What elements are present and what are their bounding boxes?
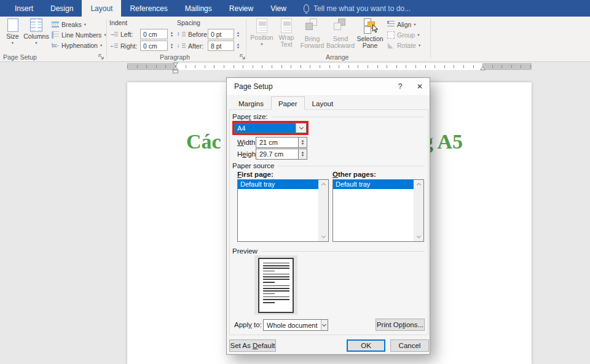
close-icon[interactable]: ✕ — [410, 78, 430, 95]
tell-me-box[interactable]: Tell me what you want to do... — [304, 0, 411, 17]
ruler-right-margin — [482, 63, 532, 70]
scrollbar[interactable] — [318, 180, 328, 241]
scroll-down-icon[interactable] — [414, 232, 423, 241]
ok-button[interactable]: OK — [347, 339, 385, 352]
chevron-down-icon: ▾ — [12, 41, 14, 44]
dialog-tab[interactable]: Paper — [271, 96, 305, 110]
ribbon-tab-label: References — [130, 4, 167, 13]
width-input[interactable]: 21 cm — [256, 137, 299, 148]
indent-right-icon — [109, 42, 118, 49]
first-page-label: First page: — [237, 171, 273, 178]
indent-left-label: Left: — [109, 29, 133, 39]
bring-forward-button[interactable]: Bring Forward — [300, 18, 324, 49]
group-button[interactable]: Group ▾ — [387, 30, 419, 39]
indent-header: Indent — [109, 19, 127, 26]
scrollbar[interactable] — [414, 180, 423, 241]
width-label: Width: — [237, 139, 258, 146]
indent-left-input[interactable]: 0 cm — [140, 29, 168, 39]
ribbon-tab[interactable]: References — [121, 0, 176, 17]
ruler-text-area — [176, 63, 482, 70]
tell-me-placeholder: Tell me what you want to do... — [313, 4, 411, 13]
print-options-button[interactable]: Print Options... — [376, 319, 425, 331]
spacing-before-icon — [177, 31, 186, 37]
breaks-button[interactable]: Breaks ▾ — [52, 20, 86, 29]
horizontal-ruler — [127, 63, 532, 70]
apply-to-dropdown[interactable]: Whole document — [263, 319, 328, 331]
group-separator — [246, 19, 246, 58]
height-stepper[interactable]: ▲▼ — [299, 149, 307, 160]
rotate-icon — [387, 42, 395, 49]
selection-pane-button[interactable]: Selection Pane — [356, 18, 384, 49]
preview-page — [258, 258, 294, 313]
position-button[interactable]: Position ▾ — [251, 18, 273, 45]
scroll-down-icon[interactable] — [319, 232, 328, 241]
spacing-after-input[interactable]: 8 pt — [208, 41, 234, 51]
align-button[interactable]: Align ▾ — [387, 20, 416, 29]
chevron-down-icon: ▾ — [100, 43, 102, 48]
scroll-up-icon[interactable] — [319, 180, 328, 189]
wrap-text-icon — [281, 18, 292, 33]
list-item[interactable]: Default tray — [238, 180, 318, 189]
indent-left-icon — [109, 31, 118, 37]
chevron-down-icon: ▾ — [84, 22, 86, 27]
first-page-listbox[interactable]: Default tray — [237, 179, 329, 242]
size-button[interactable]: Size ▾ — [2, 18, 23, 44]
paragraph-dialog-launcher[interactable] — [240, 54, 246, 60]
page-break-icon — [52, 21, 59, 28]
columns-button[interactable]: Columns ▾ — [25, 18, 48, 44]
paper-size-caption: Paper size: — [232, 113, 425, 120]
indent-left-stepper[interactable]: ▲▼ — [168, 29, 175, 39]
send-backward-button[interactable]: Send Backward — [327, 18, 354, 49]
height-input[interactable]: 29.7 cm — [256, 149, 299, 160]
ribbon-tab[interactable]: Layout — [82, 0, 121, 17]
highlight-box: A4 — [232, 121, 309, 135]
lightbulb-icon — [304, 4, 309, 12]
group-label-arrange: Arrange — [326, 53, 348, 61]
paper-source-caption: Paper source — [232, 162, 425, 169]
chevron-down-icon: ▾ — [419, 43, 420, 48]
hyphenation-button[interactable]: Hyphenation ▾ — [52, 41, 102, 50]
page-setup-dialog-launcher[interactable] — [98, 54, 104, 60]
chevron-down-icon — [299, 125, 303, 130]
rotate-button[interactable]: Rotate ▾ — [387, 41, 420, 50]
page-setup-dialog: Page Setup ? ✕ MarginsPaperLayout Paper … — [226, 77, 430, 355]
ribbon-tab-label: Layout — [90, 4, 112, 13]
width-stepper[interactable]: ▲▼ — [299, 137, 307, 148]
align-icon — [387, 21, 395, 28]
list-item[interactable]: Default tray — [333, 180, 414, 189]
ribbon-tab[interactable]: Design — [42, 0, 82, 17]
preview-thumbnail — [254, 255, 297, 315]
spacing-after-stepper[interactable]: ▲▼ — [235, 41, 242, 51]
dropdown-chevron-button[interactable] — [296, 123, 306, 133]
spacing-header: Spacing — [177, 19, 200, 26]
paper-size-value: A4 — [235, 123, 296, 133]
indent-right-input[interactable]: 0 cm — [140, 41, 168, 51]
set-as-default-button[interactable]: Set As Default — [229, 339, 276, 352]
dialog-title-bar: Page Setup ? ✕ — [227, 78, 430, 95]
ribbon-tab-label: Review — [229, 4, 253, 13]
ribbon-tab[interactable]: Mailings — [176, 0, 221, 17]
line-numbers-button[interactable]: Line Numbers ▾ — [52, 30, 106, 39]
other-pages-listbox[interactable]: Default tray — [332, 179, 424, 242]
scroll-up-icon[interactable] — [414, 180, 423, 189]
other-pages-label: Other pages: — [332, 171, 376, 178]
ribbon-tab[interactable]: View — [262, 0, 295, 17]
paper-size-dropdown[interactable]: A4 — [234, 123, 307, 133]
help-icon[interactable]: ? — [390, 78, 410, 95]
paper-size-icon — [7, 18, 18, 32]
spacing-before-label: Before: — [177, 29, 209, 39]
ribbon-tab-bar: InsertDesignLayoutReferencesMailingsRevi… — [0, 0, 590, 17]
dialog-tab[interactable]: Margins — [231, 98, 271, 110]
indent-marker[interactable] — [173, 63, 178, 75]
right-indent-marker[interactable] — [480, 66, 486, 71]
wrap-text-button[interactable]: Wrap Text — [275, 18, 297, 48]
preview-caption: Preview — [232, 247, 425, 255]
ribbon-tab[interactable]: Review — [221, 0, 262, 17]
cancel-button[interactable]: Cancel — [390, 339, 429, 352]
spacing-before-input[interactable]: 0 pt — [208, 29, 234, 39]
ribbon-tab[interactable]: Insert — [6, 0, 42, 17]
dialog-tab[interactable]: Layout — [305, 98, 341, 110]
indent-right-stepper[interactable]: ▲▼ — [168, 41, 175, 51]
spacing-before-stepper[interactable]: ▲▼ — [235, 29, 242, 39]
dropdown-chevron-button[interactable] — [321, 320, 328, 330]
